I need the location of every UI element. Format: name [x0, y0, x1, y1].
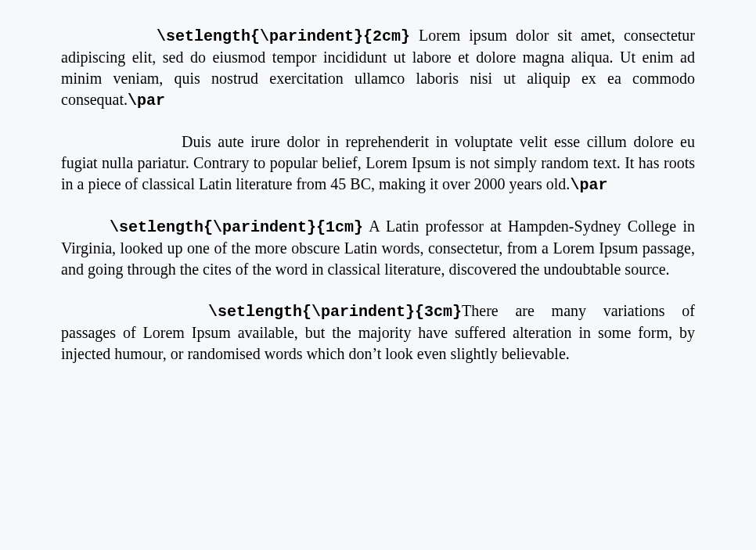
latex-command: \setlength{\parindent}{1cm}: [110, 218, 363, 236]
latex-command: \setlength{\parindent}{2cm}: [157, 27, 410, 45]
paragraph-1: \setlength{\parindent}{2cm} Lorem ipsum …: [61, 25, 695, 111]
latex-command-trailer: \par: [128, 92, 165, 110]
paragraph-4: \setlength{\parindent}{3cm}There are man…: [61, 300, 695, 365]
latex-command: \setlength{\parindent}{3cm}: [208, 303, 462, 321]
paragraph-2: Duis aute irure dolor in reprehenderit i…: [61, 131, 695, 196]
latex-command-trailer: \par: [570, 176, 607, 194]
paragraph-3: \setlength{\parindent}{1cm} A Latin prof…: [61, 216, 695, 280]
